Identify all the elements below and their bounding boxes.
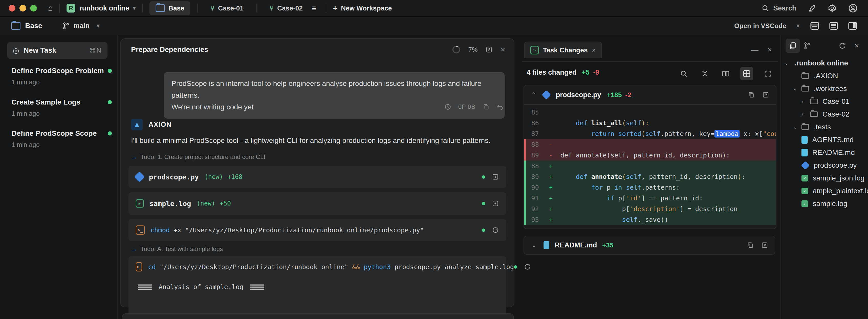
close-tree-icon[interactable]: × (849, 39, 864, 53)
open-file-icon[interactable] (762, 91, 769, 98)
terminal-command-card[interactable]: >_ cd "/Users/yz/Desktop/Productization/… (128, 256, 506, 319)
diff-line[interactable]: 92+ p['description'] = description (524, 204, 776, 214)
diff-line[interactable]: 85 (524, 107, 776, 117)
tree-item-sample-log[interactable]: ✓sample.log (781, 197, 868, 210)
account-avatar-icon[interactable] (848, 3, 858, 13)
tree-item-sample-json-log[interactable]: ✓sample_json.log (781, 172, 868, 184)
tree-item--worktrees[interactable]: ⌄.worktrees (781, 82, 868, 95)
message-input[interactable] (122, 313, 514, 319)
diff-line[interactable]: 91+ if p['id'] == pattern_id: (524, 193, 776, 204)
task-item[interactable]: Create Sample Logs 1 min ago (11, 98, 109, 117)
tree-chevron-icon[interactable]: › (802, 98, 810, 105)
search-button[interactable]: Search (762, 4, 796, 12)
tab-case-01[interactable]: ⑂ Case-01 (204, 1, 249, 15)
tab-base[interactable]: Base (150, 1, 190, 15)
file-change-chip[interactable]: ▸ sample.log (new) +50 (128, 192, 506, 215)
collapse-chevron-icon[interactable]: ⌃ (531, 91, 536, 98)
tab-overflow-menu-icon[interactable]: ≡ (311, 3, 316, 13)
copy-icon[interactable] (747, 242, 754, 249)
diff-card-readme[interactable]: ⌄ README.md +35 (524, 236, 775, 255)
diff-card-prodscope: ⌃ prodscope.py +185 -2 8586 def list_all… (524, 85, 776, 229)
tab-case-02[interactable]: ⑂ Case-02 (264, 1, 309, 15)
tree-item--axion[interactable]: .AXION (781, 70, 868, 82)
clock-icon (444, 104, 451, 110)
project-name[interactable]: Base (25, 22, 42, 30)
diff-line[interactable]: 89+ def annotate(self, pattern_id, descr… (524, 171, 776, 182)
tree-chevron-icon[interactable]: › (802, 111, 810, 117)
tab-task-changes[interactable]: > Task Changes × (524, 42, 602, 58)
new-workspace-button[interactable]: + New Workspace (333, 4, 392, 12)
copy-icon[interactable] (748, 91, 755, 98)
tree-item--runbook-online[interactable]: ⌄.runbook online (781, 57, 868, 70)
home-icon[interactable]: ⌂ (48, 4, 53, 12)
tree-chevron-icon[interactable]: ⌄ (793, 85, 802, 92)
undo-icon[interactable] (496, 103, 504, 110)
grid-view-icon[interactable] (740, 67, 753, 80)
python-file-icon (801, 161, 810, 170)
tree-item-agents-md[interactable]: AGENTS.md (781, 134, 868, 146)
refresh-icon[interactable] (835, 39, 849, 53)
open-diff-icon[interactable] (492, 200, 499, 207)
tree-item-case-01[interactable]: ›Case-01 (781, 95, 868, 108)
diff-file-name: README.md (555, 241, 597, 249)
copy-icon[interactable] (483, 104, 489, 110)
collapse-all-icon[interactable] (698, 67, 711, 80)
terminal-command-chip[interactable]: >_ chmod +x "/Users/yz/Desktop/Productiz… (128, 219, 506, 241)
close-tab-icon[interactable]: × (592, 46, 595, 54)
close-window-button[interactable] (9, 5, 16, 11)
chevron-down-icon: ▾ (797, 23, 799, 29)
diff-sign: - (549, 141, 560, 148)
close-panel-icon[interactable]: × (768, 46, 772, 54)
diff-line[interactable]: 88- (524, 139, 776, 150)
log-file-icon: ✓ (802, 188, 808, 194)
diff-sign: + (549, 163, 560, 169)
chevron-down-icon[interactable]: ▾ (133, 5, 135, 11)
diff-line[interactable]: 93+ self._save() (524, 214, 776, 225)
tree-item--tests[interactable]: ⌄.tests (781, 121, 868, 134)
workspace-name[interactable]: runbook online (79, 4, 129, 12)
tree-chevron-icon[interactable]: ⌄ (793, 124, 802, 130)
split-view-icon[interactable] (719, 67, 733, 80)
branch-selector[interactable]: main ▾ (62, 22, 99, 30)
close-chat-icon[interactable]: × (500, 45, 505, 54)
tree-item-case-02[interactable]: ›Case-02 (781, 108, 868, 121)
layout-top-panel-icon[interactable] (810, 21, 820, 31)
feedback-pen-icon[interactable] (808, 4, 816, 12)
layout-right-panel-icon[interactable] (847, 21, 858, 31)
open-diff-icon[interactable] (492, 173, 499, 180)
tree-item-label: README.md (812, 148, 855, 157)
file-change-chip[interactable]: prodscope.py (new) +168 (128, 166, 506, 188)
line-number: 92 (524, 205, 549, 213)
title-bar: ⌂ R runbook online ▾ Base ⑂ Case-01 ⑂ Ca… (0, 0, 868, 17)
search-changes-icon[interactable] (677, 67, 690, 80)
diff-line[interactable]: 86 def list_all(self): (524, 117, 776, 128)
zoom-window-button[interactable] (30, 5, 37, 11)
tree-item-ample-plaintext-log[interactable]: ✓ample_plaintext.log (781, 184, 868, 197)
diff-header[interactable]: ⌃ prodscope.py +185 -2 (524, 85, 776, 105)
diff-lines[interactable]: 8586 def list_all(self):87 return sorted… (524, 105, 776, 228)
rerun-icon[interactable] (492, 226, 499, 234)
task-item[interactable]: Define ProdScope Scope 1 min ago (11, 129, 109, 148)
git-view-tab[interactable] (800, 39, 814, 53)
minimize-window-button[interactable] (20, 5, 26, 11)
new-task-button[interactable]: ◎ New Task ⌘N (7, 42, 107, 59)
fullscreen-icon[interactable] (761, 67, 774, 80)
tree-chevron-icon[interactable]: ⌄ (784, 60, 793, 67)
worktree-icon: ⑂ (210, 4, 214, 12)
diff-line[interactable]: 87 return sorted(self.pattern, key=lambd… (524, 128, 776, 139)
diff-line[interactable]: 90+ for p in self.patterns: (524, 182, 776, 193)
layout-split-panel-icon[interactable] (829, 21, 839, 31)
minimize-panel-icon[interactable]: — (751, 46, 758, 54)
task-item[interactable]: Define ProdScope Problem 1 min ago (11, 67, 109, 86)
open-file-icon[interactable] (761, 242, 768, 249)
command-args: prodscope.py analyze sample.log (391, 263, 514, 271)
diff-line[interactable]: 88+ (524, 161, 776, 171)
open-in-editor-dropdown[interactable]: Open in VSCode ▾ (734, 22, 799, 30)
settings-gear-icon[interactable] (828, 4, 837, 13)
open-panel-icon[interactable] (485, 46, 493, 54)
diff-line[interactable]: 89-def annotate(self, pattern_id, descri… (524, 150, 776, 161)
tree-item-prodscope-py[interactable]: prodscope.py (781, 159, 868, 172)
tree-item-readme-md[interactable]: README.md (781, 146, 868, 159)
expand-chevron-icon[interactable]: ⌄ (531, 242, 536, 249)
files-view-tab[interactable] (785, 39, 800, 53)
